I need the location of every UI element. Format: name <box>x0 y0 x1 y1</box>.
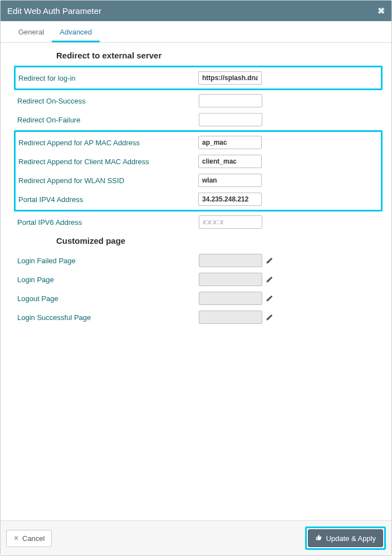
row-append-wlan-ssid: Redirect Append for WLAN SSID <box>17 171 380 190</box>
row-append-ap-mac: Redirect Append for AP MAC Address <box>17 133 380 152</box>
close-icon[interactable]: ✖ <box>378 6 385 16</box>
row-logout-page: Logout Page <box>17 289 379 308</box>
input-portal-ipv6[interactable] <box>199 215 262 229</box>
label-redirect-failure: Redirect On-Failure <box>17 116 199 124</box>
apply-label: Update & Apply <box>326 534 376 543</box>
label-append-ap-mac: Redirect Append for AP MAC Address <box>18 139 198 147</box>
section-redirect-title: Redirect to external server <box>56 51 379 60</box>
label-login-failed-page: Login Failed Page <box>17 257 199 265</box>
row-redirect-failure: Redirect On-Failure <box>17 110 379 129</box>
label-append-client-mac: Redirect Append for Client MAC Address <box>18 158 198 166</box>
row-redirect-login: Redirect for log-in <box>17 68 380 87</box>
thumbs-up-icon <box>315 534 322 543</box>
label-redirect-login: Redirect for log-in <box>18 74 198 82</box>
cancel-x-icon: ✕ <box>13 534 19 542</box>
tab-bar: General Advanced <box>1 22 391 43</box>
edit-icon-logout-page[interactable] <box>266 295 273 302</box>
edit-icon-login-page[interactable] <box>266 276 273 283</box>
input-redirect-success[interactable] <box>199 94 262 107</box>
row-portal-ipv4: Portal IPV4 Address <box>17 190 380 209</box>
input-append-wlan-ssid[interactable] <box>198 174 262 187</box>
modal-title: Edit Web Auth Parameter <box>7 6 101 16</box>
row-redirect-success: Redirect On-Success <box>17 91 379 110</box>
label-redirect-success: Redirect On-Success <box>17 97 199 105</box>
input-login-success-page <box>199 311 262 324</box>
label-login-success-page: Login Successful Page <box>17 313 199 322</box>
section-customized-title: Customized page <box>56 236 379 245</box>
modal-header: Edit Web Auth Parameter ✖ <box>1 1 391 21</box>
label-logout-page: Logout Page <box>17 294 199 303</box>
edit-icon-login-failed[interactable] <box>266 257 273 264</box>
highlight-apply: Update & Apply <box>305 527 386 550</box>
input-redirect-login[interactable] <box>198 71 262 85</box>
label-login-page: Login Page <box>17 275 199 284</box>
update-apply-button[interactable]: Update & Apply <box>308 529 383 547</box>
label-append-wlan-ssid: Redirect Append for WLAN SSID <box>18 176 198 185</box>
row-append-client-mac: Redirect Append for Client MAC Address <box>17 152 380 171</box>
modal-body: Redirect to external server Redirect for… <box>1 43 391 520</box>
highlight-redirect-login: Redirect for log-in <box>14 66 383 90</box>
input-append-client-mac[interactable] <box>198 155 262 168</box>
input-append-ap-mac[interactable] <box>198 136 262 149</box>
modal-footer: ✕ Cancel Update & Apply <box>1 520 391 555</box>
tab-advanced[interactable]: Advanced <box>52 22 100 42</box>
row-login-success-page: Login Successful Page <box>17 308 379 327</box>
cancel-label: Cancel <box>22 534 45 543</box>
cancel-button[interactable]: ✕ Cancel <box>6 530 52 547</box>
edit-icon-login-success[interactable] <box>266 314 273 321</box>
row-login-failed-page: Login Failed Page <box>17 251 379 270</box>
row-portal-ipv6: Portal IPV6 Address <box>17 213 379 232</box>
input-redirect-failure[interactable] <box>199 113 262 126</box>
highlight-append-group: Redirect Append for AP MAC Address Redir… <box>14 130 383 211</box>
input-login-failed-page <box>199 254 262 267</box>
label-portal-ipv6: Portal IPV6 Address <box>17 218 199 227</box>
input-portal-ipv4[interactable] <box>198 193 262 206</box>
input-login-page <box>199 273 262 286</box>
row-login-page: Login Page <box>17 270 379 289</box>
tab-general[interactable]: General <box>11 22 52 42</box>
input-logout-page <box>199 292 262 305</box>
label-portal-ipv4: Portal IPV4 Address <box>18 195 198 204</box>
